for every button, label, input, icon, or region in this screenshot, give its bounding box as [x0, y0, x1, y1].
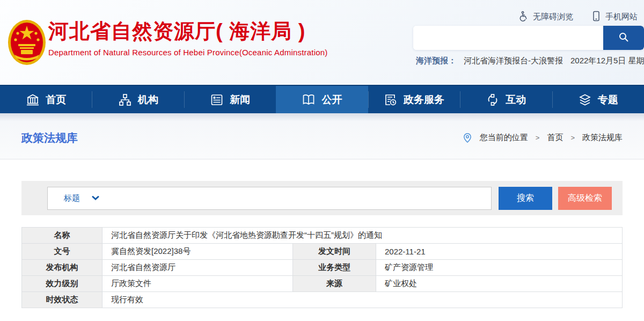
forecast-date: 2022年12月5日 星期一 — [570, 56, 644, 66]
field-select-value: 标题 — [64, 193, 80, 203]
table-row-issuer: 发布机构 河北省自然资源厅 业务类型 矿产资源管理 — [22, 260, 623, 276]
row-value: 2022-11-21 — [376, 244, 623, 260]
row-label: 业务类型 — [293, 260, 376, 276]
policy-detail-table: 名称 河北省自然资源厅关于印发《河北省地热资源勘查开发“十四五”规划》的通知 文… — [21, 227, 623, 308]
header-search-bar — [413, 26, 644, 50]
nav-item-home[interactable]: 首页 — [0, 86, 92, 113]
row-label: 效力级别 — [22, 276, 103, 292]
main-content: 标题 搜索 高级检索 名称 河北省自然资源厅关于印发《河北省地热资源勘查开发“十… — [0, 159, 644, 308]
site-title: 河北省自然资源厅( 海洋局 ) — [48, 20, 327, 43]
accessibility-label: 无障碍浏览 — [533, 12, 573, 22]
location-pin-icon — [463, 133, 472, 143]
wheelchair-icon — [518, 11, 529, 23]
breadcrumb-separator: > — [570, 134, 575, 142]
field-select[interactable]: 标题 — [47, 187, 492, 210]
table-row-name: 名称 河北省自然资源厅关于印发《河北省地热资源勘查开发“十四五”规划》的通知 — [22, 228, 623, 244]
table-row-docnumber: 文号 冀自然资发[2022]38号 发文时间 2022-11-21 — [22, 244, 623, 260]
phone-icon — [591, 11, 601, 23]
main-nav: 首页 机构 新闻 — [0, 85, 644, 113]
magnifier-icon — [618, 31, 630, 45]
nav-item-interact[interactable]: 互动 — [460, 86, 552, 113]
forecast-label: 海洋预报： — [416, 56, 456, 66]
table-row-validity: 时效状态 现行有效 — [22, 292, 623, 308]
national-emblem-logo — [7, 19, 47, 65]
mobile-site-link[interactable]: 手机网站 — [591, 11, 638, 23]
site-title-block: 河北省自然资源厅( 海洋局 ) Department of Natural Re… — [48, 20, 327, 57]
accessibility-link[interactable]: 无障碍浏览 — [518, 11, 573, 23]
nav-item-gov-service[interactable]: 政务服务 — [368, 86, 460, 113]
search-button[interactable]: 搜索 — [499, 187, 552, 210]
advanced-search-button[interactable]: 高级检索 — [558, 187, 612, 210]
topbar: 无障碍浏览 手机网站 — [518, 11, 638, 23]
breadcrumb-section: 政策法规库 您当前的位置 > 首页 > 政策法规库 — [0, 113, 644, 159]
row-label: 发布机构 — [22, 260, 103, 276]
nav-label: 政务服务 — [404, 93, 444, 107]
header-search-button[interactable] — [603, 26, 644, 50]
forecast-link[interactable]: 河北省海洋预报台-大浪警报 — [464, 56, 563, 66]
row-value: 河北省自然资源厅 — [103, 260, 293, 276]
row-value: 矿业权处 — [376, 276, 623, 292]
ocean-forecast-bar: 海洋预报： 河北省海洋预报台-大浪警报 2022年12月5日 星期一 — [416, 56, 644, 66]
gov-service-icon — [384, 93, 398, 107]
breadcrumb-current[interactable]: 政策法规库 — [582, 133, 623, 143]
interact-icon — [486, 93, 500, 107]
site-subtitle: Department of Natural Resources of Hebei… — [48, 48, 327, 57]
nav-label: 公开 — [321, 93, 342, 107]
nav-item-public[interactable]: 公开 — [276, 86, 368, 113]
page-title: 政策法规库 — [21, 130, 78, 145]
row-label: 文号 — [22, 244, 103, 260]
nav-item-org[interactable]: 机构 — [92, 86, 184, 113]
nav-label: 专题 — [598, 93, 618, 107]
nav-item-news[interactable]: 新闻 — [184, 86, 276, 113]
nav-label: 首页 — [46, 93, 66, 107]
topic-icon — [578, 93, 592, 107]
row-label: 来源 — [293, 276, 376, 292]
mobile-site-label: 手机网站 — [605, 12, 638, 22]
nav-label: 机构 — [138, 93, 158, 107]
news-icon — [210, 93, 224, 107]
row-label: 发文时间 — [293, 244, 376, 260]
row-label: 时效状态 — [22, 292, 103, 308]
row-value: 冀自然资发[2022]38号 — [103, 244, 293, 260]
org-icon — [118, 93, 132, 107]
breadcrumb-separator: > — [536, 134, 540, 142]
table-row-effect-level: 效力级别 厅政策文件 来源 矿业权处 — [22, 276, 623, 292]
breadcrumb: 您当前的位置 > 首页 > 政策法规库 — [463, 133, 623, 143]
row-label: 名称 — [22, 228, 103, 244]
row-value: 现行有效 — [103, 292, 623, 308]
page: 河北省自然资源厅( 海洋局 ) Department of Natural Re… — [0, 0, 644, 321]
breadcrumb-home[interactable]: 首页 — [547, 133, 563, 143]
header-search-input[interactable] — [413, 26, 603, 50]
home-icon — [26, 93, 40, 107]
chevron-down-icon — [92, 195, 99, 201]
site-header: 河北省自然资源厅( 海洋局 ) Department of Natural Re… — [0, 0, 644, 85]
nav-item-topics[interactable]: 专题 — [552, 86, 644, 113]
row-value: 矿产资源管理 — [376, 260, 623, 276]
nav-label: 互动 — [506, 93, 526, 107]
open-book-icon — [302, 93, 316, 107]
search-form: 标题 搜索 高级检索 — [21, 181, 623, 215]
location-label: 您当前的位置 — [480, 133, 528, 143]
row-value: 厅政策文件 — [103, 276, 293, 292]
nav-label: 新闻 — [230, 93, 250, 107]
row-value: 河北省自然资源厅关于印发《河北省地热资源勘查开发“十四五”规划》的通知 — [103, 228, 623, 244]
